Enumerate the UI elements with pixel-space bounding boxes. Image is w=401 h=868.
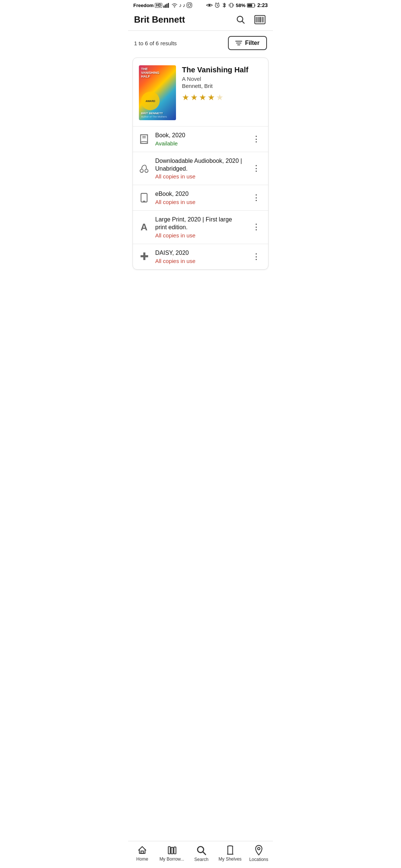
star-1: ★ (182, 93, 189, 102)
daisy-format-icon: ✚ (138, 251, 150, 263)
largeprint-format-icon: A (138, 221, 150, 233)
vibrate-icon (228, 2, 234, 8)
book-format-icon (138, 133, 150, 145)
svg-rect-5 (187, 3, 192, 7)
ebook-format-icon (138, 192, 150, 204)
music-icon: ♪ (179, 2, 182, 8)
svg-point-35 (140, 169, 143, 172)
wifi-icon (171, 3, 178, 8)
book-more-button[interactable]: ⋮ (250, 134, 263, 145)
ebook-format-info: eBook, 2020 All copies in use (155, 190, 245, 205)
svg-rect-14 (230, 3, 233, 7)
svg-point-6 (188, 4, 191, 7)
svg-point-8 (208, 4, 210, 6)
format-row-book: Book, 2020 Available ⋮ (133, 126, 268, 152)
filter-icon (235, 40, 242, 46)
bluetooth-icon (222, 2, 227, 8)
svg-point-4 (174, 6, 175, 7)
svg-point-7 (190, 4, 191, 4)
audiobook-format-icon (138, 162, 150, 174)
format-row-daisy: ✚ DAISY, 2020 All copies in use ⋮ (133, 244, 268, 269)
book-format-info: Book, 2020 Available (155, 132, 245, 147)
book-format-status: Available (155, 140, 245, 147)
daisy-more-button[interactable]: ⋮ (250, 251, 263, 262)
format-row-audiobook: Downloadable Audiobook, 2020 | Unabridge… (133, 152, 268, 185)
audiobook-format-label: Downloadable Audiobook, 2020 | Unabridge… (155, 157, 245, 173)
svg-line-13 (218, 3, 219, 3)
audiobook-format-status: All copies in use (155, 173, 245, 180)
largeprint-format-info: Large Print, 2020 | First large print ed… (155, 216, 245, 239)
award-badge: AWARD (141, 92, 160, 110)
ebook-more-button[interactable]: ⋮ (250, 192, 263, 203)
daisy-format-info: DAISY, 2020 All copies in use (155, 249, 245, 264)
ebook-format-label: eBook, 2020 (155, 190, 245, 198)
barcode-button[interactable] (253, 13, 267, 26)
book-format-label: Book, 2020 (155, 132, 245, 139)
svg-rect-1 (165, 4, 166, 8)
cover-title: THEVANISHINGHALF (141, 68, 174, 79)
svg-rect-2 (166, 4, 167, 8)
daisy-format-status: All copies in use (155, 258, 245, 264)
signal-icon (163, 3, 170, 8)
header: Brit Bennett (128, 10, 273, 31)
book-header: THEVANISHINGHALF AWARD BRIT BENNETT Auth… (133, 58, 268, 126)
barcode-icon (254, 15, 265, 24)
book-subtitle: A Novel (182, 76, 262, 82)
svg-rect-3 (168, 3, 169, 8)
header-actions (234, 13, 267, 26)
book-info: The Vanishing Half A Novel Bennett, Brit… (182, 65, 262, 120)
status-carrier: Freedom HD ♪ ♪ (133, 2, 192, 8)
plus-icon: ✚ (140, 251, 149, 262)
time-display: 2:23 (257, 2, 268, 8)
instagram-icon (186, 2, 192, 8)
svg-point-36 (145, 169, 148, 172)
star-2: ★ (190, 93, 198, 102)
star-5: ★ (216, 93, 224, 102)
results-bar: 1 to 6 of 6 results Filter (128, 31, 273, 55)
svg-line-20 (242, 21, 244, 23)
svg-rect-0 (163, 6, 164, 8)
hd-badge: HD (155, 3, 162, 8)
battery-icon (247, 3, 256, 8)
filter-label: Filter (245, 40, 260, 46)
svg-line-12 (215, 3, 216, 3)
audiobook-more-button[interactable]: ⋮ (250, 163, 263, 174)
alarm-icon (214, 2, 220, 8)
star-3: ★ (199, 93, 206, 102)
status-bar: Freedom HD ♪ ♪ (128, 0, 273, 10)
cover-tagline: Author of The Mothers (141, 115, 174, 118)
svg-rect-18 (248, 4, 252, 7)
status-right: 58% 2:23 (206, 2, 268, 8)
star-4: ★ (208, 93, 215, 102)
eye-icon (206, 3, 213, 7)
search-button[interactable] (234, 13, 247, 26)
filter-button[interactable]: Filter (228, 36, 267, 50)
ebook-format-status: All copies in use (155, 199, 245, 205)
search-icon (236, 15, 245, 24)
svg-line-11 (217, 6, 218, 6)
book-cover[interactable]: THEVANISHINGHALF AWARD BRIT BENNETT Auth… (139, 65, 176, 120)
daisy-format-label: DAISY, 2020 (155, 249, 245, 257)
format-row-ebook: eBook, 2020 All copies in use ⋮ (133, 185, 268, 210)
largeprint-format-status: All copies in use (155, 232, 245, 239)
book-title: The Vanishing Half (182, 65, 262, 74)
largeprint-format-label: Large Print, 2020 | First large print ed… (155, 216, 245, 231)
svg-rect-37 (141, 194, 147, 202)
music-icon2: ♪ (183, 2, 185, 8)
format-row-largeprint: A Large Print, 2020 | First large print … (133, 210, 268, 244)
largeprint-more-button[interactable]: ⋮ (250, 221, 263, 233)
large-a-icon: A (141, 222, 148, 232)
star-rating: ★ ★ ★ ★ ★ (182, 93, 262, 102)
book-card: THEVANISHINGHALF AWARD BRIT BENNETT Auth… (133, 57, 268, 270)
book-author: Bennett, Brit (182, 83, 262, 89)
battery-percent: 58% (236, 3, 245, 8)
page-title: Brit Bennett (134, 14, 185, 25)
audiobook-format-info: Downloadable Audiobook, 2020 | Unabridge… (155, 157, 245, 180)
cover-author: BRIT BENNETT (141, 112, 174, 115)
results-count: 1 to 6 of 6 results (134, 40, 177, 46)
